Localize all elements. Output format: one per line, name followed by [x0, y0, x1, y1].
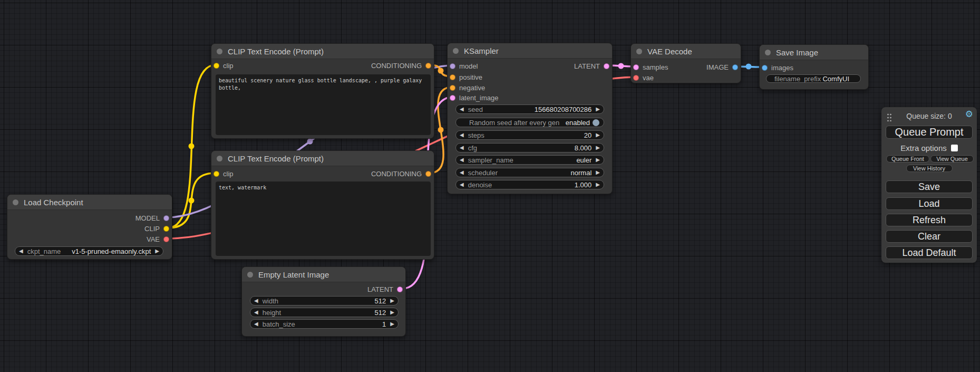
vae-port-dot[interactable]: [163, 236, 169, 242]
load-default-button[interactable]: Load Default: [886, 246, 973, 259]
output-port-conditioning[interactable]: CONDITIONING: [371, 60, 431, 71]
input-port-latent-image[interactable]: latent_image: [450, 92, 498, 103]
node-load-checkpoint[interactable]: Load Checkpoint MODEL CLIP VAE ckpt_name…: [7, 194, 172, 260]
decrement-arrow-icon[interactable]: [460, 157, 464, 163]
model-port-dot[interactable]: [163, 215, 169, 221]
conditioning-port-dot[interactable]: [450, 85, 455, 91]
latent-port-dot[interactable]: [397, 287, 403, 292]
widget-seed[interactable]: seed 156680208700286: [455, 104, 604, 114]
input-port-clip[interactable]: clip: [214, 168, 234, 179]
view-history-button[interactable]: View History: [906, 165, 953, 172]
node-ksampler[interactable]: KSampler model positive negative latent_…: [447, 43, 613, 194]
widget-steps[interactable]: steps 20: [455, 130, 604, 140]
increment-arrow-icon[interactable]: [390, 310, 394, 315]
prompt-textarea[interactable]: beautiful scenery nature glass bottle la…: [216, 74, 431, 135]
decrement-arrow-icon[interactable]: [19, 249, 23, 254]
output-port-image[interactable]: IMAGE: [706, 62, 738, 72]
decrement-arrow-icon[interactable]: [460, 132, 464, 138]
decrement-arrow-icon[interactable]: [460, 107, 464, 112]
load-button[interactable]: Load: [886, 197, 973, 210]
node-empty-latent-image[interactable]: Empty Latent Image LATENT width 512 heig…: [241, 266, 406, 337]
toggle-dot[interactable]: [593, 119, 599, 126]
widget-ckpt-name[interactable]: ckpt_name v1-5-pruned-emaonly.ckpt: [15, 246, 163, 256]
output-port-vae[interactable]: VAE: [147, 234, 169, 244]
node-header[interactable]: Save Image: [760, 45, 868, 60]
save-button[interactable]: Save: [886, 180, 973, 193]
decrement-arrow-icon[interactable]: [254, 298, 258, 303]
widget-batch-size[interactable]: batch_size 1: [250, 319, 399, 329]
extra-options-checkbox[interactable]: [951, 145, 958, 151]
node-graph-canvas[interactable]: Load Checkpoint MODEL CLIP VAE ckpt_name…: [0, 0, 980, 372]
node-save-image[interactable]: Save Image images filename_prefix ComfyU…: [759, 44, 869, 90]
node-vae-decode[interactable]: VAE Decode samples vae IMAGE: [630, 43, 741, 83]
widget-scheduler[interactable]: scheduler normal: [455, 168, 604, 177]
widget-width[interactable]: width 512: [250, 296, 399, 306]
node-header[interactable]: Load Checkpoint: [7, 195, 172, 210]
latent-port-dot[interactable]: [450, 95, 455, 101]
input-port-model[interactable]: model: [450, 61, 478, 71]
decrement-arrow-icon[interactable]: [460, 145, 464, 150]
output-port-latent[interactable]: LATENT: [574, 61, 609, 71]
collapse-dot[interactable]: [247, 272, 253, 278]
node-header[interactable]: Empty Latent Image: [242, 267, 405, 282]
widget-cfg[interactable]: cfg 8.000: [455, 143, 604, 152]
image-port-dot[interactable]: [762, 65, 768, 71]
input-port-images[interactable]: images: [762, 62, 793, 73]
decrement-arrow-icon[interactable]: [460, 182, 464, 187]
increment-arrow-icon[interactable]: [596, 157, 600, 163]
increment-arrow-icon[interactable]: [596, 132, 600, 138]
widget-denoise[interactable]: denoise 1.000: [455, 180, 604, 189]
queue-front-button[interactable]: Queue Front: [886, 155, 929, 163]
image-port-dot[interactable]: [732, 64, 738, 70]
view-queue-button[interactable]: View Queue: [930, 155, 974, 163]
conditioning-port-dot[interactable]: [425, 171, 431, 177]
vae-port-dot[interactable]: [633, 75, 639, 81]
model-port-dot[interactable]: [450, 63, 455, 69]
clip-port-dot[interactable]: [214, 171, 219, 177]
decrement-arrow-icon[interactable]: [254, 321, 258, 327]
collapse-dot[interactable]: [13, 199, 18, 205]
latent-port-dot[interactable]: [604, 63, 609, 69]
widget-random-seed[interactable]: Random seed after every gen enabled: [455, 118, 604, 127]
increment-arrow-icon[interactable]: [390, 321, 394, 327]
increment-arrow-icon[interactable]: [596, 170, 600, 175]
conditioning-port-dot[interactable]: [425, 63, 431, 69]
collapse-dot[interactable]: [453, 48, 459, 54]
gear-icon[interactable]: [965, 110, 973, 119]
input-port-samples[interactable]: samples: [633, 62, 668, 72]
collapse-dot[interactable]: [765, 50, 771, 55]
node-header[interactable]: CLIP Text Encode (Prompt): [211, 44, 434, 59]
clip-port-dot[interactable]: [214, 63, 219, 69]
increment-arrow-icon[interactable]: [155, 249, 159, 254]
decrement-arrow-icon[interactable]: [460, 170, 464, 175]
output-port-latent[interactable]: LATENT: [367, 284, 403, 294]
increment-arrow-icon[interactable]: [596, 182, 600, 187]
widget-sampler-name[interactable]: sampler_name euler: [455, 155, 604, 165]
input-port-vae[interactable]: vae: [633, 72, 654, 83]
conditioning-port-dot[interactable]: [450, 74, 455, 80]
collapse-dot[interactable]: [636, 49, 642, 54]
widget-filename-prefix[interactable]: filename_prefix ComfyUI: [766, 74, 861, 83]
node-header[interactable]: VAE Decode: [631, 44, 741, 59]
input-port-positive[interactable]: positive: [450, 72, 482, 82]
latent-port-dot[interactable]: [633, 64, 639, 70]
increment-arrow-icon[interactable]: [390, 298, 394, 303]
output-port-model[interactable]: MODEL: [135, 213, 169, 223]
increment-arrow-icon[interactable]: [596, 107, 600, 112]
output-port-clip[interactable]: CLIP: [144, 223, 169, 234]
output-port-conditioning[interactable]: CONDITIONING: [371, 168, 431, 179]
decrement-arrow-icon[interactable]: [254, 310, 258, 315]
widget-height[interactable]: height 512: [250, 308, 399, 317]
node-header[interactable]: CLIP Text Encode (Prompt): [211, 151, 434, 166]
collapse-dot[interactable]: [217, 49, 222, 54]
input-port-negative[interactable]: negative: [450, 82, 485, 93]
node-clip-text-encode-negative[interactable]: CLIP Text Encode (Prompt) clip CONDITION…: [211, 150, 434, 260]
increment-arrow-icon[interactable]: [596, 145, 600, 150]
refresh-button[interactable]: Refresh: [886, 214, 973, 226]
prompt-textarea[interactable]: text, watermark: [216, 182, 431, 256]
queue-prompt-button[interactable]: Queue Prompt: [886, 126, 973, 139]
clear-button[interactable]: Clear: [886, 230, 973, 243]
input-port-clip[interactable]: clip: [214, 60, 234, 71]
node-clip-text-encode-positive[interactable]: CLIP Text Encode (Prompt) clip CONDITION…: [211, 43, 434, 139]
clip-port-dot[interactable]: [163, 226, 169, 232]
